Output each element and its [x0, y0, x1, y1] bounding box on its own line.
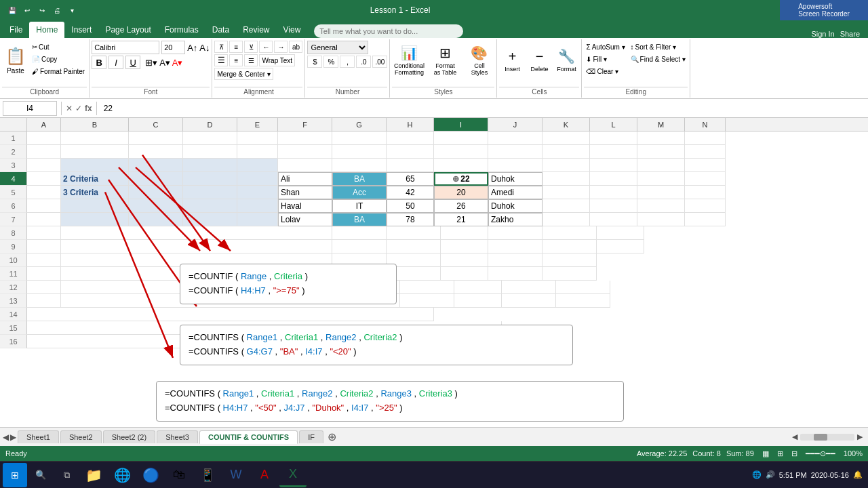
cell-e7[interactable]: [237, 213, 278, 226]
cell-n5[interactable]: [685, 186, 726, 199]
row-num-7[interactable]: 7: [0, 213, 27, 226]
border-btn[interactable]: ⊞▾: [145, 58, 157, 68]
cell-m4[interactable]: [637, 172, 685, 186]
font-decrease-btn[interactable]: A↓: [199, 43, 210, 53]
cell-i4[interactable]: ⊕22: [434, 172, 488, 186]
italic-btn[interactable]: I: [108, 56, 123, 69]
cell-b7[interactable]: [61, 213, 129, 226]
cell-b2[interactable]: [61, 145, 129, 159]
cell-i2[interactable]: [434, 145, 488, 159]
add-sheet-btn[interactable]: ⊕: [328, 430, 336, 443]
cell-l1[interactable]: [590, 131, 637, 145]
cell-a1[interactable]: [27, 131, 61, 145]
insert-btn[interactable]: + Insert: [499, 41, 525, 80]
cell-k5[interactable]: [542, 186, 590, 199]
col-header-f[interactable]: F: [278, 118, 332, 131]
store-btn[interactable]: 🛍: [165, 463, 193, 487]
fill-color-btn[interactable]: A▾: [159, 58, 170, 68]
cell-m1[interactable]: [637, 131, 685, 145]
col-header-d[interactable]: D: [183, 118, 237, 131]
customize-qat[interactable]: ▾: [65, 3, 79, 17]
cell-c3[interactable]: [129, 159, 183, 172]
row-num-6[interactable]: 6: [0, 199, 27, 213]
align-center-btn[interactable]: ≡: [229, 54, 243, 66]
cell-j6[interactable]: Duhok: [488, 199, 542, 213]
cell-l5[interactable]: [590, 186, 637, 199]
cell-d4[interactable]: [183, 172, 237, 186]
cell-e5[interactable]: [237, 186, 278, 199]
taskbar-volume-icon[interactable]: 🔊: [766, 470, 775, 479]
cell-n2[interactable]: [685, 145, 726, 159]
col-header-i[interactable]: I: [434, 118, 488, 131]
cell-e2[interactable]: [237, 145, 278, 159]
wrap-text-btn[interactable]: Wrap Text: [259, 54, 295, 66]
name-box[interactable]: [3, 101, 57, 116]
file-explorer-btn[interactable]: 📁: [80, 463, 107, 487]
sign-in-btn[interactable]: Sign In: [811, 30, 834, 38]
find-select-btn[interactable]: 🔍 Find & Select ▾: [629, 53, 688, 65]
acrobat-btn[interactable]: A: [251, 463, 278, 487]
cell-f1[interactable]: [278, 131, 332, 145]
cell-n3[interactable]: [685, 159, 726, 172]
cell-c5[interactable]: [129, 186, 183, 199]
view-layout-btn[interactable]: ⊞: [777, 449, 783, 458]
search-taskbar-btn[interactable]: 🔍: [28, 463, 53, 487]
col-header-h[interactable]: H: [387, 118, 434, 131]
col-header-k[interactable]: K: [542, 118, 590, 131]
row-num-4[interactable]: 4: [0, 172, 27, 186]
cell-i5[interactable]: 20: [434, 186, 488, 199]
scroll-sheets-left[interactable]: ◀: [3, 432, 9, 442]
confirm-formula-btn[interactable]: ✓: [75, 104, 82, 113]
cell-i7[interactable]: 21: [434, 213, 488, 226]
cell-h3[interactable]: [387, 159, 434, 172]
cell-n1[interactable]: [685, 131, 726, 145]
view-page-break-btn[interactable]: ⊟: [791, 449, 797, 458]
cell-f2[interactable]: [278, 145, 332, 159]
sort-filter-btn[interactable]: ↕ Sort & Filter ▾: [629, 41, 688, 53]
comma-btn[interactable]: ,: [340, 56, 355, 68]
cell-g5[interactable]: Acc: [332, 186, 387, 199]
scrollbar-left[interactable]: ◀: [792, 432, 797, 441]
cell-l7[interactable]: [590, 213, 637, 226]
cell-k3[interactable]: [542, 159, 590, 172]
cell-f4[interactable]: Ali: [278, 172, 332, 186]
font-color-btn[interactable]: A▾: [172, 58, 183, 68]
cell-g6[interactable]: IT: [332, 199, 387, 213]
cell-j2[interactable]: [488, 145, 542, 159]
align-right-btn[interactable]: ☰: [244, 54, 258, 66]
cell-h7[interactable]: 78: [387, 213, 434, 226]
currency-btn[interactable]: $: [307, 56, 322, 68]
bold-btn[interactable]: B: [92, 56, 106, 69]
indent-decrease-btn[interactable]: ←: [259, 41, 273, 53]
tab-view[interactable]: View: [277, 22, 308, 38]
view-normal-btn[interactable]: ▦: [762, 449, 769, 458]
align-top-btn[interactable]: ⊼: [214, 41, 228, 53]
undo-btn[interactable]: ↩: [20, 3, 34, 17]
cell-l2[interactable]: [590, 145, 637, 159]
font-name-input[interactable]: [92, 41, 159, 54]
cell-b5[interactable]: 3 Criteria: [61, 186, 129, 199]
cell-k2[interactable]: [542, 145, 590, 159]
col-header-g[interactable]: G: [332, 118, 387, 131]
sheet-tab-1[interactable]: Sheet1: [18, 430, 59, 443]
cell-m5[interactable]: [637, 186, 685, 199]
scrollbar-right[interactable]: ▶: [857, 432, 863, 441]
cell-h4[interactable]: 65: [387, 172, 434, 186]
delete-btn[interactable]: − Delete: [526, 41, 552, 80]
cell-a4[interactable]: [27, 172, 61, 186]
col-header-n[interactable]: N: [685, 118, 726, 131]
tab-formulas[interactable]: Formulas: [158, 22, 205, 38]
share-btn[interactable]: Share: [840, 30, 860, 38]
cell-n4[interactable]: [685, 172, 726, 186]
cell-j1[interactable]: [488, 131, 542, 145]
cell-b1[interactable]: [61, 131, 129, 145]
sheet-tab-3[interactable]: Sheet2 (2): [103, 430, 155, 443]
col-header-e[interactable]: E: [237, 118, 278, 131]
font-size-input[interactable]: [161, 41, 185, 54]
tab-page-layout[interactable]: Page Layout: [98, 22, 157, 38]
cell-l3[interactable]: [590, 159, 637, 172]
cell-c2[interactable]: [129, 145, 183, 159]
cancel-formula-btn[interactable]: ✕: [66, 104, 73, 113]
cell-g1[interactable]: [332, 131, 387, 145]
cell-e1[interactable]: [237, 131, 278, 145]
